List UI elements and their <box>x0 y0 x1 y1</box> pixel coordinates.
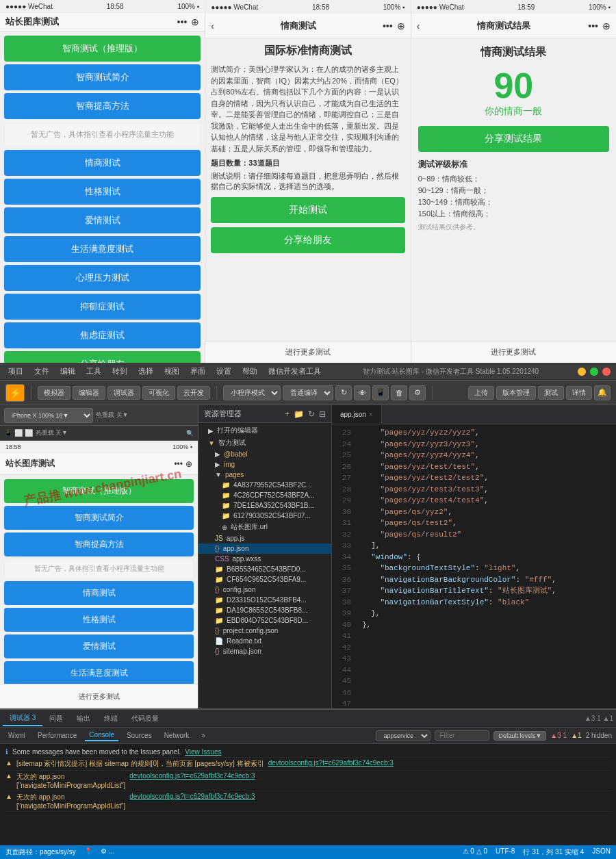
tree-pages-2[interactable]: 📁 4C26CDF752C543BF2A... <box>198 490 331 500</box>
btn-detail[interactable]: 详情 <box>566 386 592 400</box>
console-tab-wxml[interactable]: Wxml <box>4 730 29 741</box>
sim-hotreload[interactable]: 热重载 关▼ <box>96 411 128 420</box>
tab-appjson[interactable]: app.json × <box>332 405 382 424</box>
tree-pages-3[interactable]: 📁 7DE1E8A352C543BF1B... <box>198 500 331 511</box>
btn-eq-test[interactable]: 情商测试 <box>4 150 201 176</box>
code-content[interactable]: "pages/yyz/yyz2/yyz2", "pages/yyz/yyz3/y… <box>357 424 616 708</box>
tree-root-folder[interactable]: ▼ 智力测试 <box>198 437 331 449</box>
back-icon-3[interactable]: ‹ <box>417 21 420 31</box>
tree-project-config[interactable]: {} project.config.json <box>198 626 331 636</box>
mode-select[interactable]: 小程序模式 <box>223 385 281 400</box>
tab-issues[interactable]: 问题 <box>42 712 70 726</box>
tree-folder-da[interactable]: 📁 DA19C865S2C543BFB8... <box>198 605 331 615</box>
btn-test[interactable]: 测试 <box>538 386 564 400</box>
btn-iq-intro[interactable]: 智商测试简介 <box>4 64 201 90</box>
tree-readme[interactable]: 📄 Readme.txt <box>198 636 331 646</box>
menu-view[interactable]: 视图 <box>162 366 182 377</box>
sim-btn-love[interactable]: 爱情测试 <box>4 634 194 658</box>
btn-start-test[interactable]: 开始测试 <box>211 197 405 223</box>
devtools-link-2[interactable]: devtoolsconfig.js?t=c629afbf3c74c9ecb:3 <box>129 772 255 780</box>
tree-pages-4[interactable]: 📁 61279030S2C543BF07... <box>198 511 331 521</box>
collapse-icon[interactable]: ⊟ <box>319 409 326 419</box>
sim-home-icon[interactable]: ⊕ <box>185 459 192 469</box>
menu-edit[interactable]: 编辑 <box>57 366 78 377</box>
btn-love-test[interactable]: 爱情测试 <box>4 207 201 233</box>
tree-open-editors[interactable]: ▶ 打开的编辑器 <box>198 424 331 437</box>
btn-iq-test[interactable]: 智商测试（推理版） <box>4 36 201 62</box>
new-file-icon[interactable]: + <box>285 409 290 419</box>
tree-appjs[interactable]: JS app.js <box>198 533 331 543</box>
log-level-btn[interactable]: Default levels▼ <box>493 731 546 741</box>
filter-input[interactable] <box>435 730 489 741</box>
sim-btn-personality[interactable]: 性格测试 <box>4 608 194 632</box>
sim-btn-iq-intro[interactable]: 智商测试简介 <box>4 506 194 530</box>
btn-editor[interactable]: 编辑器 <box>73 386 105 400</box>
btn-anxiety-test[interactable]: 焦虑症测试 <box>4 322 201 348</box>
sim-btn-eq[interactable]: 情商测试 <box>4 581 194 605</box>
menu-weixin-devtools[interactable]: 微信开发者工具 <box>266 366 324 377</box>
preview-icon[interactable]: 👁 <box>354 385 370 400</box>
btn-simulator[interactable]: 模拟器 <box>38 386 70 400</box>
sim-hotreload-label[interactable]: 热重载 关▼ <box>36 428 68 437</box>
btn-share-2[interactable]: 分享给朋友 <box>211 227 405 253</box>
tab-output[interactable]: 输出 <box>70 712 97 726</box>
btn-personality-test[interactable]: 性格测试 <box>4 179 201 205</box>
menu-select[interactable]: 选择 <box>136 366 156 377</box>
maximize-btn[interactable] <box>590 368 598 376</box>
settings-icon[interactable]: ⚙ <box>409 385 426 400</box>
close-btn[interactable] <box>602 368 611 376</box>
tab-debugger[interactable]: 调试器 3 <box>3 711 42 726</box>
devtools-link-1[interactable]: devtoolsconfig.js?t=c629afbf3c74c9ecb:3 <box>268 759 394 767</box>
nav-icons-2[interactable]: ••• ⊕ <box>383 21 405 31</box>
code-editor[interactable]: 23 24 25 26 27 28 29 30 31 32 33 34 35 3… <box>332 424 616 708</box>
sim-bottom-more[interactable]: 进行更多测试 <box>0 684 198 708</box>
tab-close-icon[interactable]: × <box>369 411 373 418</box>
console-tab-performance[interactable]: Performance <box>34 730 81 741</box>
tree-sitemap[interactable]: {} sitemap.json <box>198 646 331 656</box>
sim-btn-satisfaction[interactable]: 生活满意度测试 <box>4 661 194 684</box>
menu-ui[interactable]: 界面 <box>188 366 208 377</box>
menu-settings[interactable]: 设置 <box>214 366 234 377</box>
tree-station-url[interactable]: ⊕ 站长图库.url <box>198 521 331 533</box>
more-icon-2[interactable]: ••• <box>383 21 393 31</box>
devtools-link-3[interactable]: devtoolsconfig.js?t=c629afbf3c74c9ecb:3 <box>129 793 255 800</box>
tree-pages-1[interactable]: 📁 4A83779552C543BF2C... <box>198 480 331 490</box>
more-icon[interactable]: ••• <box>177 16 188 27</box>
btn-upload[interactable]: 上传 <box>468 386 494 400</box>
device-select[interactable]: iPhone X 100% 16▼ <box>4 408 93 423</box>
btn-share-result[interactable]: 分享测试结果 <box>418 126 609 152</box>
compile-icon[interactable]: ↻ <box>335 385 352 400</box>
back-icon-2[interactable]: ‹ <box>211 21 214 31</box>
btn-stress-test[interactable]: 心理压力测试 <box>4 265 201 291</box>
tree-appwxss[interactable]: CSS app.wxss <box>198 554 331 564</box>
console-tab-network[interactable]: Network <box>160 730 194 741</box>
notification-icon[interactable]: 🔔 <box>594 385 611 400</box>
tree-folder-eb[interactable]: 📁 EBD804D752C543BF8D... <box>198 615 331 626</box>
menu-project[interactable]: 项目 <box>5 366 26 377</box>
view-issues-link[interactable]: View Issues <box>185 748 221 756</box>
sim-nav-icons[interactable]: ••• ⊕ <box>174 459 192 469</box>
btn-satisfaction-test[interactable]: 生活满意度测试 <box>4 236 201 262</box>
minimize-btn[interactable] <box>578 368 586 376</box>
filetree-actions[interactable]: + 📁 ↻ ⊟ <box>285 409 326 419</box>
sim-btn-iq[interactable]: 智商测试（推理版） <box>4 479 194 503</box>
btn-visual[interactable]: 可视化 <box>142 386 175 400</box>
service-select[interactable]: appservice <box>376 730 431 741</box>
refresh-icon[interactable]: ↻ <box>308 409 315 419</box>
sim-btn-iq-improve[interactable]: 智商提高方法 <box>4 533 194 556</box>
nav-icons-1[interactable]: ••• ⊕ <box>177 16 200 27</box>
new-folder-icon[interactable]: 📁 <box>294 409 304 419</box>
bottom-nav-more-2[interactable]: 进行更多测试 <box>205 342 410 363</box>
console-tab-console[interactable]: Console <box>85 730 118 741</box>
tree-appjson[interactable]: {} app.json <box>198 543 331 554</box>
tree-config[interactable]: {} config.json <box>198 585 331 595</box>
menu-goto[interactable]: 转到 <box>110 366 130 377</box>
tree-pages[interactable]: ▼ pages <box>198 470 331 480</box>
cache-icon[interactable]: 🗑 <box>391 385 407 400</box>
console-tab-sources[interactable]: Sources <box>123 730 156 741</box>
tree-folder-cf[interactable]: 📁 CF654C9652C543BFA9... <box>198 574 331 585</box>
device-debug-icon[interactable]: 📱 <box>372 385 389 400</box>
more-icon-3[interactable]: ••• <box>588 21 598 31</box>
bottom-nav-more-3[interactable]: 进行更多测试 <box>411 342 616 363</box>
btn-iq-improve[interactable]: 智商提高方法 <box>4 93 201 119</box>
